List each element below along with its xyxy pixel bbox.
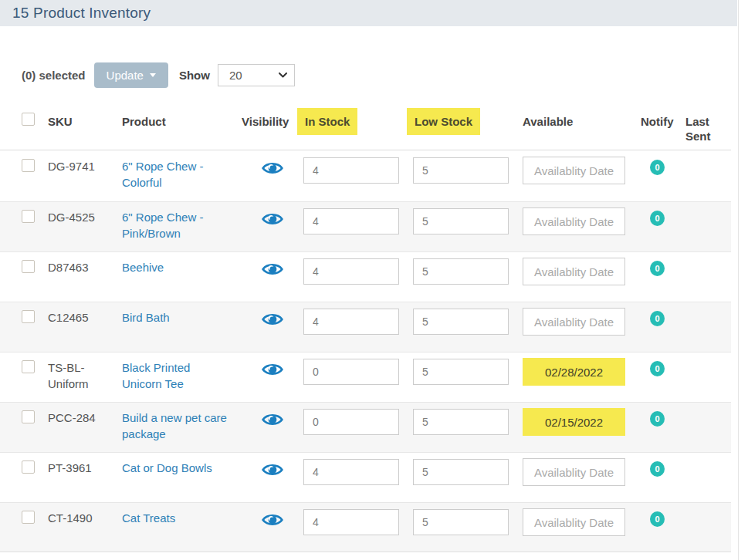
product-cell: Cat or Dog Bowls	[122, 460, 230, 476]
product-cell: Bird Bath	[122, 309, 230, 326]
low-stock-input[interactable]	[413, 359, 509, 385]
low-stock-input[interactable]	[413, 409, 509, 435]
low-stock-input[interactable]	[413, 208, 509, 234]
row-checkbox[interactable]	[22, 410, 35, 423]
notify-count-badge: 0	[650, 311, 665, 326]
toolbar: (0) selected Update Show 20	[22, 62, 295, 88]
row-checkbox[interactable]	[22, 159, 35, 172]
availability-date-input[interactable]	[523, 408, 625, 436]
product-cell: Build a new pet care package	[122, 410, 230, 442]
header-last-sent: Last Sent	[683, 113, 717, 143]
update-button[interactable]: Update	[94, 62, 168, 88]
in-stock-input[interactable]	[303, 459, 399, 485]
row-checkbox[interactable]	[22, 310, 35, 323]
table-row: DG-4525 6" Rope Chew - Pink/Brown 0	[0, 201, 731, 251]
header-visibility: Visibility	[242, 113, 303, 129]
low-stock-input[interactable]	[413, 509, 509, 535]
product-cell: 6" Rope Chew - Colorful	[122, 158, 230, 191]
notify-count-badge: 0	[650, 361, 665, 376]
row-checkbox[interactable]	[22, 460, 35, 474]
sku-cell: D87463	[48, 259, 110, 275]
sku-cell: DG-4525	[48, 209, 110, 225]
table-row: TS-BL-Uniform Black Printed Unicorn Tee …	[0, 352, 731, 402]
visibility-eye-icon[interactable]	[262, 160, 283, 176]
product-link[interactable]: 6" Rope Chew - Pink/Brown	[122, 211, 203, 240]
row-checkbox[interactable]	[22, 360, 35, 373]
low-stock-input[interactable]	[413, 157, 509, 184]
header-in-stock: In Stock	[303, 113, 413, 135]
page-title: 15 Product Inventory	[12, 5, 151, 22]
sku-cell: C12465	[48, 309, 110, 326]
in-stock-input[interactable]	[303, 208, 399, 234]
table-body: DG-9741 6" Rope Chew - Colorful 0 DG-452…	[0, 151, 731, 552]
product-link[interactable]: Cat or Dog Bowls	[122, 461, 212, 474]
notify-count-badge: 0	[650, 211, 665, 226]
in-stock-input[interactable]	[303, 157, 399, 184]
page-header: 15 Product Inventory	[0, 0, 737, 26]
header-notify: Notify	[638, 113, 683, 129]
notify-count-badge: 0	[650, 411, 665, 427]
visibility-eye-icon[interactable]	[262, 211, 283, 227]
row-checkbox[interactable]	[22, 260, 35, 273]
scrollbar-track[interactable]	[738, 0, 748, 560]
low-stock-input[interactable]	[413, 459, 509, 485]
visibility-eye-icon[interactable]	[262, 312, 283, 327]
table-row: PCC-284 Build a new pet care package 0	[0, 402, 731, 452]
availability-date-input[interactable]	[523, 358, 625, 386]
availability-date-input[interactable]	[523, 458, 625, 486]
product-link[interactable]: Beehive	[122, 261, 164, 274]
product-cell: 6" Rope Chew - Pink/Brown	[122, 209, 230, 241]
notify-count-badge: 0	[650, 160, 665, 175]
header-available: Available	[523, 113, 638, 129]
header-low-stock: Low Stock	[413, 113, 523, 135]
availability-date-input[interactable]	[523, 157, 625, 184]
visibility-eye-icon[interactable]	[262, 412, 283, 427]
select-all-cell	[22, 113, 48, 129]
product-link[interactable]: 6" Rope Chew - Colorful	[122, 160, 203, 189]
in-stock-input[interactable]	[303, 509, 399, 535]
product-cell: Black Printed Unicorn Tee	[122, 359, 230, 392]
low-stock-highlight: Low Stock	[407, 108, 480, 135]
row-checkbox[interactable]	[22, 210, 35, 223]
notify-count-badge: 0	[650, 461, 665, 477]
product-link[interactable]: Bird Bath	[122, 311, 170, 324]
inventory-page: 15 Product Inventory (0) selected Update…	[0, 0, 748, 560]
notify-count-badge: 0	[650, 261, 665, 276]
header-product: Product	[122, 113, 242, 129]
sku-cell: PT-3961	[48, 460, 110, 476]
visibility-eye-icon[interactable]	[262, 362, 283, 377]
low-stock-input[interactable]	[413, 309, 509, 335]
in-stock-input[interactable]	[303, 409, 399, 435]
availability-date-input[interactable]	[523, 207, 625, 235]
in-stock-input[interactable]	[303, 359, 399, 385]
table-row: D87463 Beehive 0	[0, 251, 731, 302]
product-link[interactable]: Cat Treats	[122, 511, 175, 525]
product-link[interactable]: Build a new pet care package	[122, 411, 227, 440]
sku-cell: CT-1490	[48, 510, 110, 526]
selected-count-label: (0) selected	[22, 69, 86, 82]
product-cell: Cat Treats	[122, 510, 230, 526]
visibility-eye-icon[interactable]	[262, 462, 283, 477]
sku-cell: PCC-284	[48, 410, 110, 426]
row-checkbox[interactable]	[22, 511, 35, 524]
sku-cell: TS-BL-Uniform	[48, 359, 110, 392]
select-all-checkbox[interactable]	[22, 113, 35, 126]
availability-date-input[interactable]	[523, 258, 625, 285]
product-link[interactable]: Black Printed Unicorn Tee	[122, 361, 190, 390]
visibility-eye-icon[interactable]	[262, 512, 283, 528]
availability-date-input[interactable]	[523, 508, 625, 536]
table-header: SKU Product Visibility In Stock Low Stoc…	[0, 101, 731, 150]
table-row: C12465 Bird Bath 0	[0, 302, 731, 352]
in-stock-input[interactable]	[303, 309, 399, 335]
show-label: Show	[179, 69, 210, 82]
availability-date-input[interactable]	[523, 308, 625, 336]
sku-cell: DG-9741	[48, 158, 110, 174]
in-stock-highlight: In Stock	[297, 108, 357, 135]
table-row: PT-3961 Cat or Dog Bowls 0	[0, 452, 731, 502]
page-size-select[interactable]: 20	[218, 64, 295, 86]
low-stock-input[interactable]	[413, 258, 509, 285]
in-stock-input[interactable]	[303, 258, 399, 285]
page-size-select-wrap: 20	[218, 64, 295, 86]
visibility-eye-icon[interactable]	[262, 261, 283, 277]
notify-count-badge: 0	[650, 511, 665, 527]
